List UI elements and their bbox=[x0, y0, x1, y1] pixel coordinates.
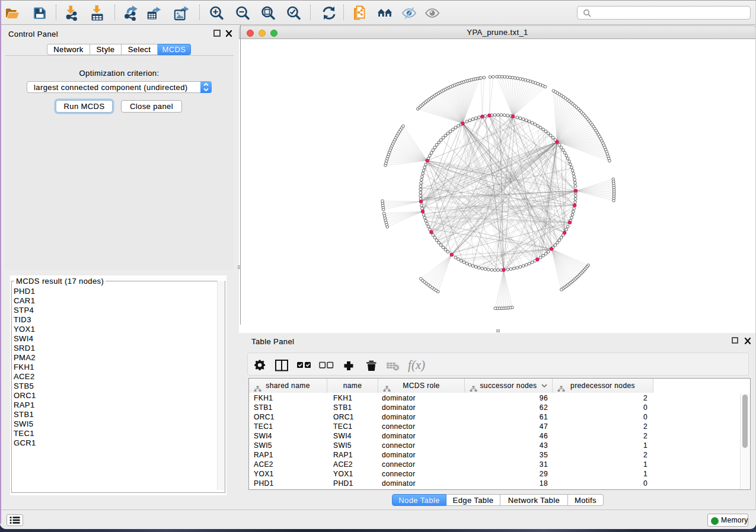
svg-text:f(x): f(x) bbox=[408, 358, 425, 372]
